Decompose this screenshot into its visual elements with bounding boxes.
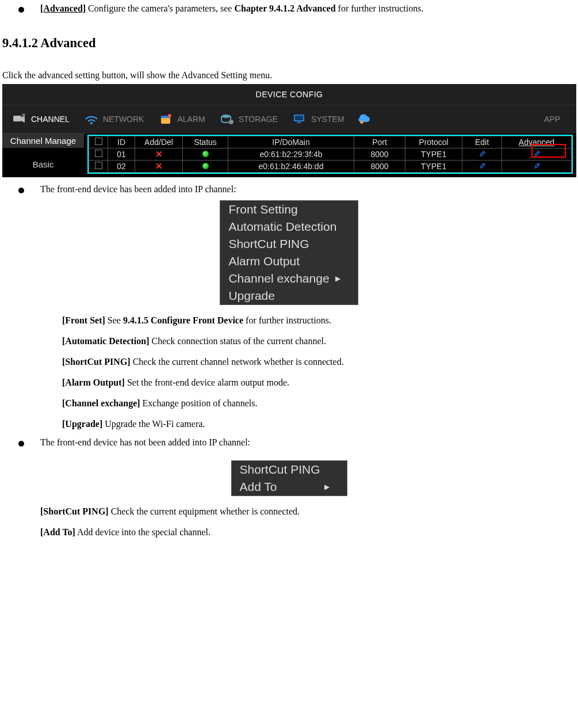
bullet-icon xyxy=(18,7,24,13)
storage-gear-icon xyxy=(219,112,235,127)
status-online-icon xyxy=(202,151,209,157)
menu-item-automatic-detection[interactable]: Automatic Detection xyxy=(220,218,357,235)
cell-id: 01 xyxy=(108,148,135,161)
tab-system-label: SYSTEM xyxy=(311,115,344,124)
svg-point-2 xyxy=(22,113,25,117)
col-port: Port xyxy=(354,136,405,148)
device-config-title: DEVICE CONFIG xyxy=(2,84,576,105)
channel-table-highlight: ID Add/Del Status IP/DoMain Port Protoco… xyxy=(87,135,573,174)
device-config-screenshot: DEVICE CONFIG CHANNEL NETWORK ALARM STOR… xyxy=(2,84,576,177)
svg-rect-11 xyxy=(297,122,301,123)
col-status: Status xyxy=(183,136,228,148)
status-online-icon xyxy=(202,163,209,169)
cell-protocol: TYPE1 xyxy=(405,148,462,161)
menu-item-alarm-output[interactable]: Alarm Output xyxy=(220,253,357,270)
delete-x-icon[interactable]: ✕ xyxy=(155,161,163,171)
bullet-icon xyxy=(18,188,24,193)
svg-point-8 xyxy=(229,120,234,124)
row-checkbox[interactable] xyxy=(95,150,102,157)
tab-channel-label: CHANNEL xyxy=(31,115,70,124)
submenu-arrow-icon: ▶ xyxy=(335,270,340,287)
submenu-arrow-icon: ▶ xyxy=(324,479,330,495)
svg-point-6 xyxy=(168,114,171,117)
intro-advanced-line: [Advanced] Configure the camera's parame… xyxy=(40,3,423,14)
col-edit: Edit xyxy=(462,136,502,148)
tab-network-label: NETWORK xyxy=(103,115,144,124)
sidebar-item-basic[interactable]: Basic xyxy=(2,157,84,171)
desc-auto-detection: [Automatic Detection] Check connection s… xyxy=(2,336,576,346)
bullet-icon xyxy=(18,441,24,447)
menu-item-shortcut-ping[interactable]: ShortCut PING xyxy=(220,235,357,253)
section-heading: 9.4.1.2 Advanced xyxy=(2,36,576,51)
monitor-icon xyxy=(292,112,308,127)
desc2-shortcut-ping: [ShortCut PING] Check the current equipm… xyxy=(2,506,576,517)
desc-channel-exchange: [Channel exchange] Exchange position of … xyxy=(2,398,576,409)
cell-ip: e0:61:b2:29:3f:4b xyxy=(228,148,354,161)
device-config-sidebar: Channel Manage Basic xyxy=(2,134,84,177)
intro-advanced-ref: Chapter 9.4.1.2 Advanced xyxy=(234,3,335,13)
menu-item-channel-exchange[interactable]: Channel exchange▶ xyxy=(220,270,357,287)
menu-item-upgrade[interactable]: Upgrade xyxy=(220,287,357,304)
advanced-pencil-icon[interactable]: ✎ xyxy=(533,161,541,171)
checkbox-all[interactable] xyxy=(95,138,102,145)
edit-pencil-icon[interactable]: ✎ xyxy=(479,161,486,171)
channel-table-header-row: ID Add/Del Status IP/DoMain Port Protoco… xyxy=(89,136,572,148)
tab-alarm[interactable]: ALARM xyxy=(152,105,210,133)
tab-alarm-label: ALARM xyxy=(177,115,205,124)
menu-item-shortcut-ping[interactable]: ShortCut PING xyxy=(232,461,347,478)
tab-storage-label: STORAGE xyxy=(239,115,278,124)
cell-ip: e0:61:b2:46:4b:dd xyxy=(228,161,354,173)
menu-item-front-setting[interactable]: Front Setting xyxy=(220,201,357,218)
menu-item-add-to[interactable]: Add To▶ xyxy=(232,478,347,496)
desc-upgrade: [Upgrade] Upgrade the Wi-Fi camera. xyxy=(2,419,576,429)
table-row[interactable]: 01 ✕ e0:61:b2:29:3f:4b 8000 TYPE1 ✎ ✎ xyxy=(89,148,572,161)
col-protocol: Protocol xyxy=(405,136,462,148)
row-checkbox[interactable] xyxy=(95,162,102,169)
col-id: ID xyxy=(108,136,135,148)
tab-channel[interactable]: CHANNEL xyxy=(6,105,75,133)
added-bullet-text: The front-end device has been added into… xyxy=(40,184,236,195)
tab-app-label: APP xyxy=(544,115,571,124)
intro-advanced-label: [Advanced] xyxy=(40,3,86,13)
desc-shortcut-ping: [ShortCut PING] Check the current channe… xyxy=(2,357,576,367)
sidebar-item-channel-manage[interactable]: Channel Manage xyxy=(2,134,84,148)
col-ipdomain: IP/DoMain xyxy=(228,136,354,148)
advanced-highlight-box xyxy=(531,144,566,158)
tab-storage[interactable]: STORAGE xyxy=(213,105,284,133)
alarm-icon xyxy=(158,112,174,127)
cell-protocol: TYPE1 xyxy=(405,161,462,173)
device-config-tabs: CHANNEL NETWORK ALARM STORAGE SYSTEM xyxy=(2,105,576,134)
cell-port: 8000 xyxy=(354,161,405,173)
cell-id: 02 xyxy=(108,161,135,173)
camera-gear-icon xyxy=(12,112,28,127)
cell-port: 8000 xyxy=(354,148,405,161)
channel-table: ID Add/Del Status IP/DoMain Port Protoco… xyxy=(89,136,572,173)
desc-front-set: [Front Set] See 9.4.1.5 Configure Front … xyxy=(2,315,576,326)
intro-line: Click the advanced setting button, will … xyxy=(2,70,576,81)
svg-point-7 xyxy=(221,115,231,118)
desc-alarm-output: [Alarm Output] Set the front-end device … xyxy=(2,378,576,388)
svg-rect-10 xyxy=(295,116,303,120)
svg-rect-0 xyxy=(13,116,21,121)
wifi-icon xyxy=(83,112,99,127)
context-menu-not-added: ShortCut PING Add To▶ xyxy=(231,460,347,496)
tab-system[interactable]: SYSTEM xyxy=(286,105,350,133)
table-row[interactable]: 02 ✕ e0:61:b2:46:4b:dd 8000 TYPE1 ✎ ✎ xyxy=(89,161,572,173)
tab-network[interactable]: NETWORK xyxy=(78,105,150,133)
desc2-add-to: [Add To] Add device into the special cha… xyxy=(2,527,576,538)
edit-pencil-icon[interactable]: ✎ xyxy=(479,149,486,159)
svg-point-12 xyxy=(360,120,363,124)
not-added-bullet-text: The front-end device has not been added … xyxy=(40,437,250,448)
col-adddel: Add/Del xyxy=(135,136,183,148)
context-menu-added: Front Setting Automatic Detection ShortC… xyxy=(220,200,358,305)
tab-app[interactable]: APP xyxy=(352,105,576,133)
cloud-user-icon xyxy=(355,112,372,127)
svg-point-3 xyxy=(90,122,93,124)
delete-x-icon[interactable]: ✕ xyxy=(155,149,163,159)
